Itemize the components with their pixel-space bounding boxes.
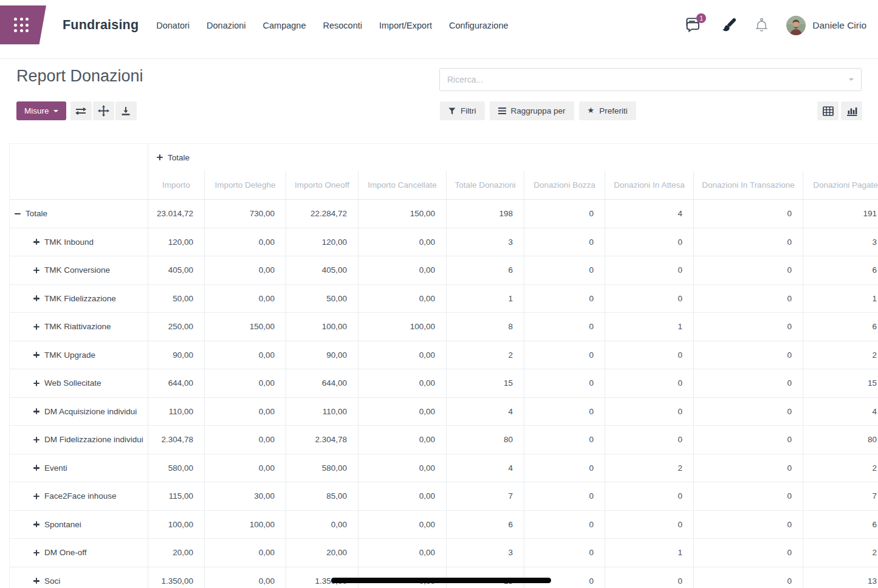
expand-row-icon[interactable] bbox=[33, 408, 39, 414]
app-name[interactable]: Fundraising bbox=[63, 18, 139, 33]
messages-button[interactable]: 1 bbox=[686, 18, 703, 33]
search-dropdown-caret-icon[interactable] bbox=[849, 78, 854, 81]
pivot-value-cell: 0 bbox=[524, 539, 605, 567]
pivot-value-cell: 0 bbox=[524, 567, 605, 588]
row-group-header[interactable]: DM Fidelizzazione individui bbox=[10, 426, 148, 454]
measure-header[interactable]: Donazioni Bozza bbox=[524, 171, 605, 200]
expand-all-button[interactable] bbox=[93, 101, 114, 120]
pivot-value-cell: 0 bbox=[524, 285, 605, 313]
column-group-header[interactable]: Totale bbox=[148, 144, 878, 171]
row-group-header[interactable]: TMK Fidelizzazione bbox=[10, 285, 148, 313]
row-group-header[interactable]: TMK Riattivazione bbox=[10, 313, 148, 341]
pivot-value-cell: 405,00 bbox=[148, 256, 204, 285]
expand-row-icon[interactable] bbox=[33, 493, 39, 499]
flip-axis-button[interactable] bbox=[70, 101, 92, 120]
measures-button[interactable]: Misure bbox=[16, 101, 66, 120]
pivot-value-cell: 100,00 bbox=[148, 511, 204, 539]
pivot-value-cell: 2 bbox=[605, 454, 693, 483]
collapse-row-icon[interactable] bbox=[15, 211, 21, 217]
pivot-value-cell: 580,00 bbox=[286, 454, 358, 483]
pivot-table-container: Totale ImportoImporto DelegheImporto One… bbox=[9, 143, 878, 588]
pivot-value-cell: 6 bbox=[446, 511, 524, 539]
expand-row-icon[interactable] bbox=[33, 352, 39, 358]
row-label: TMK Inbound bbox=[44, 238, 94, 247]
nav-item-campagne[interactable]: Campagne bbox=[255, 16, 315, 35]
row-group-header[interactable]: Soci bbox=[10, 567, 148, 588]
groupby-button-label: Raggruppa per bbox=[511, 106, 566, 115]
pivot-value-cell: 50,00 bbox=[148, 285, 204, 313]
expand-row-icon[interactable] bbox=[33, 324, 39, 330]
notifications-button[interactable] bbox=[755, 18, 769, 33]
measure-header[interactable]: Donazioni Pagate bbox=[803, 171, 878, 200]
pivot-value-cell: 0 bbox=[605, 511, 693, 539]
nav-item-donazioni[interactable]: Donazioni bbox=[198, 16, 255, 35]
expand-row-icon[interactable] bbox=[33, 578, 39, 584]
pivot-value-cell: 13 bbox=[446, 567, 524, 588]
expand-row-icon[interactable] bbox=[33, 550, 39, 556]
apps-grid-icon bbox=[14, 18, 29, 32]
pivot-value-cell: 0 bbox=[605, 482, 693, 511]
row-group-header[interactable]: TMK Conversione bbox=[10, 256, 148, 285]
measure-header[interactable]: Donazioni In Attesa bbox=[605, 171, 693, 200]
row-group-header[interactable]: TMK Upgrade bbox=[10, 341, 148, 370]
row-group-header[interactable]: Face2Face inhouse bbox=[10, 482, 148, 511]
pivot-value-cell: 4 bbox=[605, 200, 693, 228]
pivot-value-cell: 0,00 bbox=[358, 511, 446, 539]
measure-header[interactable]: Importo bbox=[148, 171, 204, 200]
user-menu[interactable]: Daniele Cirio bbox=[786, 16, 866, 35]
measure-header[interactable]: Importo Cancellate bbox=[358, 171, 446, 200]
measure-header[interactable]: Importo Oneoff bbox=[286, 171, 358, 200]
pivot-view-button[interactable] bbox=[817, 101, 839, 120]
expand-row-icon[interactable] bbox=[33, 239, 39, 245]
row-group-header[interactable]: Spontanei bbox=[10, 511, 148, 539]
pivot-value-cell: 0,00 bbox=[358, 228, 446, 257]
row-group-header[interactable]: DM One-off bbox=[10, 539, 148, 567]
favorites-button[interactable]: ★ Preferiti bbox=[579, 101, 636, 120]
apps-menu-button[interactable] bbox=[0, 5, 46, 44]
row-group-header[interactable]: TMK Inbound bbox=[10, 228, 148, 257]
search-input[interactable] bbox=[440, 75, 849, 84]
row-group-header[interactable]: Web Sollecitate bbox=[10, 369, 148, 398]
download-xlsx-button[interactable] bbox=[115, 101, 137, 120]
row-group-header[interactable]: Eventi bbox=[10, 454, 148, 483]
nav-item-configurazione[interactable]: Configurazione bbox=[441, 16, 517, 35]
row-label: Eventi bbox=[44, 463, 67, 473]
pivot-value-cell: 7 bbox=[446, 482, 524, 511]
measure-header[interactable]: Totale Donazioni bbox=[446, 171, 524, 200]
filters-button[interactable]: Filtri bbox=[440, 101, 485, 120]
pivot-value-cell: 0 bbox=[693, 567, 803, 588]
pivot-value-cell: 0 bbox=[693, 539, 803, 567]
pivot-value-cell: 0 bbox=[524, 369, 605, 398]
pivot-value-cell: 0,00 bbox=[204, 369, 286, 398]
expand-column-icon[interactable] bbox=[157, 154, 163, 160]
graph-view-button[interactable] bbox=[841, 101, 862, 120]
pivot-value-cell: 2 bbox=[803, 454, 878, 483]
studio-button[interactable] bbox=[721, 17, 737, 33]
expand-row-icon[interactable] bbox=[33, 465, 39, 471]
measure-header[interactable]: Importo Deleghe bbox=[204, 171, 286, 200]
row-label: TMK Fidelizzazione bbox=[44, 294, 116, 303]
expand-row-icon[interactable] bbox=[33, 380, 39, 386]
nav-item-import-export[interactable]: Import/Export bbox=[371, 16, 441, 35]
nav-item-resoconti[interactable]: Resoconti bbox=[314, 16, 370, 35]
pivot-value-cell: 250,00 bbox=[148, 313, 204, 341]
row-group-header[interactable]: Totale bbox=[10, 200, 148, 228]
measures-button-label: Misure bbox=[24, 106, 49, 115]
expand-row-icon[interactable] bbox=[33, 521, 39, 527]
nav-item-donatori[interactable]: Donatori bbox=[148, 16, 198, 35]
search-bar[interactable] bbox=[439, 68, 862, 91]
pivot-value-cell: 0 bbox=[524, 398, 605, 426]
expand-row-icon[interactable] bbox=[33, 295, 39, 301]
groupby-button[interactable]: Raggruppa per bbox=[490, 101, 574, 120]
pivot-value-cell: 0 bbox=[524, 341, 605, 370]
expand-row-icon[interactable] bbox=[33, 267, 39, 273]
table-row: TMK Conversione405,000,00405,000,0060006 bbox=[10, 256, 878, 285]
pivot-value-cell: 120,00 bbox=[148, 228, 204, 257]
pivot-value-cell: 0 bbox=[605, 567, 693, 588]
measure-header[interactable]: Donazioni In Transazione bbox=[693, 171, 803, 200]
expand-row-icon[interactable] bbox=[33, 437, 39, 443]
pivot-value-cell: 0,00 bbox=[204, 454, 286, 483]
row-group-header[interactable]: DM Acquisizione individui bbox=[10, 398, 148, 426]
pivot-value-cell: 0 bbox=[605, 228, 693, 257]
table-grid-icon bbox=[823, 106, 834, 116]
